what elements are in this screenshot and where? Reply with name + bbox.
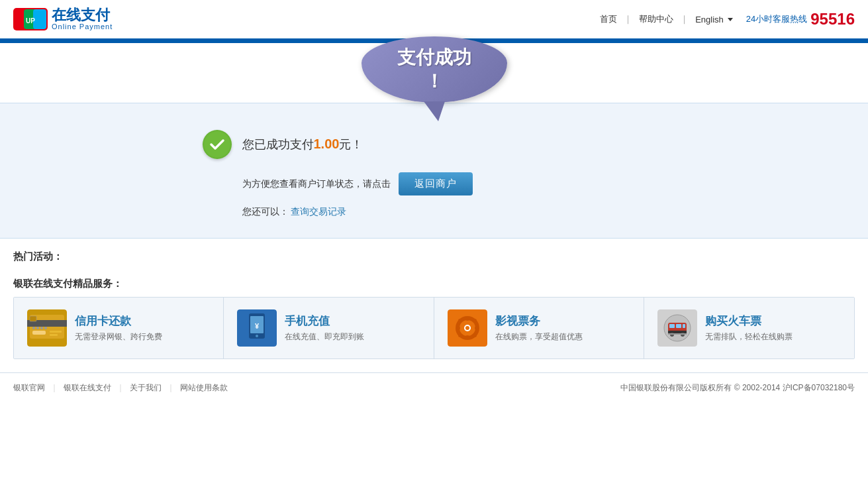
query-transaction-link[interactable]: 查询交易记录: [291, 206, 346, 217]
svg-point-12: [36, 327, 39, 329]
service-info-creditcard: 信用卡还款 无需登录网银、跨行免费: [75, 313, 162, 343]
lang-label: English: [695, 15, 724, 25]
svg-rect-38: [676, 324, 681, 328]
language-selector[interactable]: English: [695, 15, 733, 25]
footer-links: 银联官网 ｜ 银联在线支付 ｜ 关于我们 ｜ 网站使用条款: [13, 382, 228, 394]
success-content: 您已成功支付1.00元！ 为方便您查看商户订单状态，请点击 返回商户 您还可以：…: [136, 130, 732, 218]
creditcard-icon: [27, 309, 67, 347]
service-desc-mobile: 在线充值、即充即到账: [285, 331, 364, 343]
nav-sep-1: ｜: [624, 13, 632, 25]
svg-rect-15: [30, 316, 36, 321]
services-grid: 信用卡还款 无需登录网银、跨行免费 ¥ 手机充值 在线充值、即充即到账: [13, 297, 855, 359]
mobile-icon: ¥: [237, 309, 277, 347]
service-name-mobile: 手机充值: [285, 313, 364, 329]
chevron-down-icon: [728, 18, 733, 21]
svg-point-33: [465, 326, 469, 330]
svg-point-14: [44, 327, 47, 329]
svg-point-24: [465, 317, 469, 321]
svg-rect-40: [668, 331, 687, 333]
service-info-mobile: 手机充值 在线充值、即充即到账: [285, 313, 364, 343]
header: UP 在线支付 Online Payment 首页 ｜ 帮助中心 ｜ Engli…: [0, 0, 868, 40]
footer-copyright: 中国银联股份有限公司版权所有 © 2002-2014 沪ICP备07032180…: [620, 382, 855, 394]
svg-point-30: [473, 319, 477, 323]
logo-sub-text: Online Payment: [52, 23, 113, 30]
svg-point-13: [40, 327, 43, 329]
service-item-mobile[interactable]: ¥ 手机充值 在线充值、即充即到账: [224, 298, 434, 358]
service-info-train: 购买火车票 无需排队，轻松在线购票: [705, 313, 793, 343]
nav-sep-2: ｜: [680, 13, 689, 25]
svg-rect-9: [50, 331, 62, 333]
movie-image-icon: [448, 309, 487, 347]
success-message: 您已成功支付1.00元！: [242, 137, 363, 152]
bubble-line1: 支付成功: [397, 46, 471, 70]
svg-rect-43: [668, 333, 687, 335]
payment-amount: 1.00: [314, 137, 340, 151]
svg-point-25: [465, 335, 469, 339]
svg-rect-8: [32, 331, 46, 335]
check-icon: [203, 130, 232, 159]
speech-bubble: 支付成功 ！: [362, 36, 507, 103]
checkmark-icon: [209, 136, 226, 153]
logo-area: UP 在线支付 Online Payment: [13, 5, 113, 33]
footer-link-payment[interactable]: 银联在线支付: [64, 382, 111, 394]
svg-point-26: [456, 326, 460, 330]
hot-activities-section: 热门活动：: [0, 239, 868, 274]
hotline-label: 24小时客服热线: [746, 13, 807, 25]
success-section: 您已成功支付1.00元！ 为方便您查看商户订单状态，请点击 返回商户 您还可以：…: [0, 103, 868, 239]
logo-text-block: 在线支付 Online Payment: [52, 8, 113, 30]
train-image-icon: [657, 309, 697, 347]
services-section: 银联在线支付精品服务：: [0, 274, 868, 366]
service-desc-train: 无需排队，轻松在线购票: [705, 331, 793, 343]
logo-main-text: 在线支付: [52, 8, 113, 23]
header-nav: 首页 ｜ 帮助中心 ｜ English 24小时客服热线 95516: [600, 10, 855, 28]
movie-icon: [448, 309, 487, 347]
service-item-train[interactable]: 购买火车票 无需排队，轻松在线购票: [644, 298, 854, 358]
footer-link-official[interactable]: 银联官网: [13, 382, 45, 394]
service-desc-movie: 在线购票，享受超值优惠: [495, 331, 583, 343]
svg-point-28: [458, 319, 462, 323]
svg-rect-3: [33, 9, 46, 29]
creditcard-image-icon: [27, 309, 67, 347]
service-item-movie[interactable]: 影视票务 在线购票，享受超值优惠: [434, 298, 644, 358]
top-bar: [0, 40, 868, 43]
svg-point-11: [32, 327, 35, 329]
svg-rect-10: [50, 334, 58, 336]
return-label: 为方便您查看商户订单状态，请点击: [242, 178, 391, 190]
footer: 银联官网 ｜ 银联在线支付 ｜ 关于我们 ｜ 网站使用条款 中国银联股份有限公司…: [0, 372, 868, 403]
bubble-wrapper: 支付成功 ！: [0, 36, 868, 103]
service-item-creditcard[interactable]: 信用卡还款 无需登录网银、跨行免费: [14, 298, 224, 358]
return-merchant-button[interactable]: 返回商户: [399, 172, 473, 195]
service-desc-creditcard: 无需登录网银、跨行免费: [75, 331, 162, 343]
hotline-number: 95516: [810, 10, 855, 28]
footer-sep-3: ｜: [167, 382, 175, 394]
svg-rect-39: [683, 324, 685, 328]
service-name-movie: 影视票务: [495, 313, 583, 329]
train-icon: [657, 309, 697, 347]
footer-link-terms[interactable]: 网站使用条款: [180, 382, 228, 394]
svg-rect-37: [669, 324, 675, 328]
success-row: 您已成功支付1.00元！: [203, 130, 732, 159]
hot-activities-title: 热门活动：: [13, 250, 855, 263]
bubble-line2: ！: [397, 70, 471, 93]
query-row: 您还可以： 查询交易记录: [203, 206, 732, 218]
service-name-creditcard: 信用卡还款: [75, 313, 162, 329]
svg-text:¥: ¥: [255, 322, 260, 330]
success-suffix: 元！: [339, 138, 363, 151]
nav-home-link[interactable]: 首页: [600, 13, 617, 25]
unionpay-logo-icon: UP: [13, 5, 48, 33]
services-title: 银联在线支付精品服务：: [13, 278, 855, 290]
service-info-movie: 影视票务 在线购票，享受超值优惠: [495, 313, 583, 343]
svg-point-29: [473, 333, 477, 337]
svg-point-19: [256, 335, 258, 337]
success-prefix: 您已成功支付: [242, 138, 314, 151]
footer-sep-2: ｜: [117, 382, 124, 394]
footer-sep-1: ｜: [50, 382, 58, 394]
return-row: 为方便您查看商户订单状态，请点击 返回商户: [203, 172, 732, 195]
service-name-train: 购买火车票: [705, 313, 793, 329]
mobile-image-icon: ¥: [237, 309, 277, 347]
svg-text:UP: UP: [26, 17, 35, 25]
svg-point-31: [458, 333, 462, 337]
footer-link-about[interactable]: 关于我们: [130, 382, 162, 394]
speech-text: 支付成功 ！: [397, 46, 471, 94]
nav-help-link[interactable]: 帮助中心: [639, 13, 673, 25]
